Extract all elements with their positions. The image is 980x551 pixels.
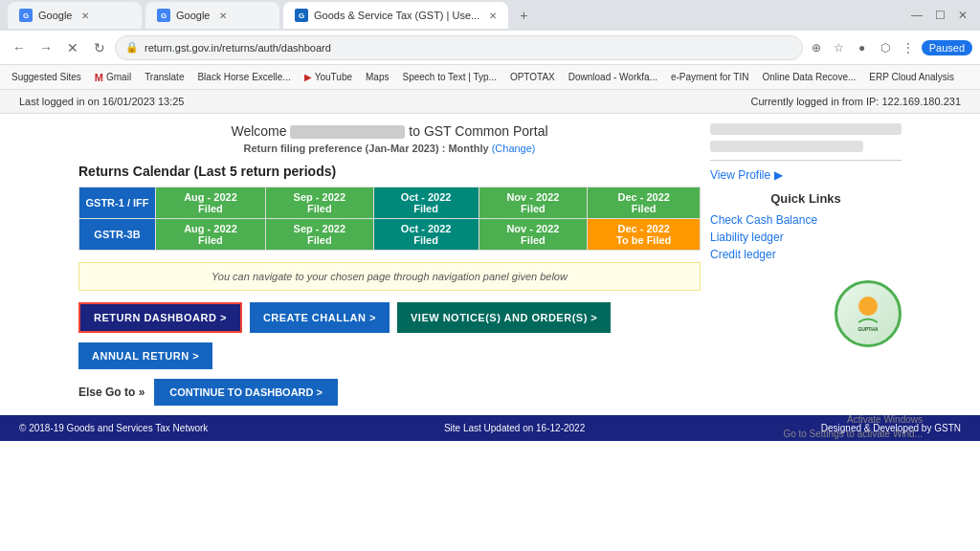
tab-close-1[interactable]: ✕: [81, 11, 89, 21]
bookmark-blackhorse[interactable]: Black Horse Excelle...: [193, 72, 294, 82]
back-button[interactable]: ←: [8, 36, 31, 59]
guptha-logo: GUPTHA: [835, 280, 902, 347]
close-nav-button[interactable]: ✕: [61, 36, 84, 59]
extension-icon[interactable]: ⬡: [876, 38, 895, 57]
paused-button[interactable]: Paused: [922, 40, 972, 55]
bookmark-erp[interactable]: ERP Cloud Analysis: [865, 72, 958, 82]
bookmark-speech[interactable]: Speech to Text | Typ...: [398, 72, 500, 82]
last-logged-text: Last logged in on 16/01/2023 13:25: [19, 96, 184, 107]
gstr1-oct[interactable]: Oct - 2022 Filed: [373, 187, 479, 219]
calendar-table: GSTR-1 / IFF Aug - 2022 Filed Sep - 2022…: [78, 187, 701, 251]
tab-close-2[interactable]: ✕: [219, 11, 227, 21]
guptha-logo-svg: GUPTHA: [844, 289, 892, 337]
return-pref-label: Return filing preference (Jan-Mar 2023) …: [243, 143, 488, 154]
content-wrapper: Welcome to GST Common Portal Return fili…: [78, 123, 902, 406]
settings-icon[interactable]: ⋮: [899, 38, 918, 57]
profile-divider: [710, 160, 902, 161]
reload-button[interactable]: ↻: [88, 36, 111, 59]
credit-ledger-link[interactable]: Credit ledger: [710, 248, 902, 261]
gstr1-sep[interactable]: Sep - 2022 Filed: [265, 187, 373, 219]
bookmark-suggested-sites[interactable]: Suggested Sites: [8, 72, 85, 82]
return-dashboard-button[interactable]: RETURN DASHBOARD >: [78, 302, 242, 333]
tab-google-1[interactable]: G Google ✕: [8, 2, 142, 29]
tab-label-3: Goods & Service Tax (GST) | Use...: [314, 10, 479, 21]
bookmark-label: Black Horse Excelle...: [197, 72, 290, 82]
svg-text:GUPTHA: GUPTHA: [858, 326, 879, 332]
bookmark-label: YouTube: [315, 72, 352, 82]
windows-notice: Activate Windows Go to Settings to activ…: [783, 412, 923, 441]
tab-google-2[interactable]: G Google ✕: [145, 2, 279, 29]
welcome-before: Welcome: [231, 123, 286, 139]
maximize-button[interactable]: ☐: [930, 6, 949, 25]
action-buttons: RETURN DASHBOARD > CREATE CHALLAN > VIEW…: [78, 302, 701, 333]
address-bar[interactable]: 🔒 return.gst.gov.in/returns/auth/dashboa…: [115, 35, 803, 60]
profile-name-blurred: [710, 123, 902, 135]
url-text: return.gst.gov.in/returns/auth/dashboard: [145, 42, 331, 54]
svg-point-0: [858, 297, 878, 316]
welcome-after: to GST Common Portal: [409, 123, 547, 139]
gstr3b-nov[interactable]: Nov - 2022 Filed: [479, 219, 588, 251]
gstr3b-aug[interactable]: Aug - 2022 Filed: [156, 219, 266, 251]
table-row: GSTR-1 / IFF Aug - 2022 Filed Sep - 2022…: [79, 187, 701, 219]
change-link[interactable]: (Change): [492, 143, 536, 154]
quick-links-title: Quick Links: [710, 191, 902, 206]
bookmark-gmail[interactable]: M Gmail: [91, 72, 135, 83]
create-challan-button[interactable]: CREATE CHALLAN >: [250, 302, 390, 333]
nav-info-text: You can navigate to your chosen page thr…: [78, 262, 701, 291]
bookmark-maps[interactable]: Maps: [362, 72, 392, 82]
bookmark-online-data[interactable]: Online Data Recove...: [758, 72, 859, 82]
gstr1-aug[interactable]: Aug - 2022 Filed: [156, 187, 266, 219]
nav-icons: ⊕ ☆ ● ⬡ ⋮ Paused: [807, 38, 972, 57]
bookmark-label: Download - Workfa...: [568, 72, 657, 82]
bookmark-translate[interactable]: Translate: [141, 72, 188, 82]
cast-icon[interactable]: ⊕: [807, 38, 826, 57]
table-row: GSTR-3B Aug - 2022 Filed Sep - 2022 File…: [79, 219, 701, 251]
return-pref-text: Return filing preference (Jan-Mar 2023) …: [78, 143, 701, 154]
username-blurred: [290, 125, 405, 139]
tab-label-1: Google: [38, 10, 72, 21]
bookmark-epayment[interactable]: e-Payment for TIN: [667, 72, 753, 82]
liability-ledger-link[interactable]: Liability ledger: [710, 231, 902, 244]
else-goto-section: Else Go to » CONTINUE TO DASHBOARD >: [78, 379, 701, 406]
minimize-button[interactable]: —: [907, 6, 926, 25]
continue-dashboard-button[interactable]: CONTINUE TO DASHBOARD >: [154, 379, 338, 406]
tab-label-2: Google: [176, 10, 210, 21]
footer-copyright: © 2018-19 Goods and Services Tax Network: [19, 423, 208, 433]
bookmark-label: Speech to Text | Typ...: [402, 72, 496, 82]
bookmark-label: ERP Cloud Analysis: [869, 72, 954, 82]
profile-icon[interactable]: ●: [853, 38, 872, 57]
gstr1-dec[interactable]: Dec - 2022 Filed: [588, 187, 701, 219]
view-profile-link[interactable]: View Profile ▶: [710, 168, 902, 182]
activate-windows-subtext: Go to Settings to activate Wind...: [783, 427, 923, 441]
bookmark-label: Gmail: [106, 72, 131, 82]
right-panel: View Profile ▶ Quick Links Check Cash Ba…: [710, 123, 902, 347]
bookmark-optotax[interactable]: OPTOTAX: [506, 72, 559, 82]
bookmark-label: Online Data Recove...: [762, 72, 856, 82]
top-info-bar: Last logged in on 16/01/2023 13:25 Curre…: [0, 90, 980, 114]
bookmark-icon[interactable]: ☆: [830, 38, 849, 57]
bookmark-download[interactable]: Download - Workfa...: [565, 72, 661, 82]
close-button[interactable]: ✕: [953, 6, 972, 25]
gstr3b-dec[interactable]: Dec - 2022 To be Filed: [588, 219, 701, 251]
view-notices-button[interactable]: VIEW NOTICE(S) AND ORDER(S) >: [397, 302, 611, 333]
check-cash-balance-link[interactable]: Check Cash Balance: [710, 213, 902, 227]
footer-updated: Site Last Updated on 16-12-2022: [444, 423, 585, 433]
page-content: Last logged in on 16/01/2023 13:25 Curre…: [0, 90, 980, 551]
new-tab-button[interactable]: +: [512, 4, 535, 27]
forward-button[interactable]: →: [34, 36, 57, 59]
tab-gst[interactable]: G Goods & Service Tax (GST) | Use... ✕: [283, 2, 508, 29]
gstr1-nov[interactable]: Nov - 2022 Filed: [479, 187, 588, 219]
welcome-text: Welcome to GST Common Portal: [78, 123, 701, 139]
google-favicon-2: G: [157, 9, 170, 22]
action-buttons-row2: ANNUAL RETURN >: [78, 342, 701, 369]
gstr3b-oct[interactable]: Oct - 2022 Filed: [373, 219, 479, 251]
welcome-section: Welcome to GST Common Portal Return fili…: [78, 123, 701, 154]
annual-return-button[interactable]: ANNUAL RETURN >: [78, 342, 212, 369]
bookmark-youtube[interactable]: ▶ YouTube: [301, 72, 356, 82]
youtube-icon: ▶: [304, 72, 312, 82]
bookmark-label: e-Payment for TIN: [671, 72, 749, 82]
tab-close-3[interactable]: ✕: [489, 11, 497, 21]
browser-chrome: G Google ✕ G Google ✕ G Goods & Service …: [0, 0, 980, 90]
gstr3b-sep[interactable]: Sep - 2022 Filed: [265, 219, 373, 251]
gstr3b-header: GSTR-3B: [79, 219, 156, 251]
